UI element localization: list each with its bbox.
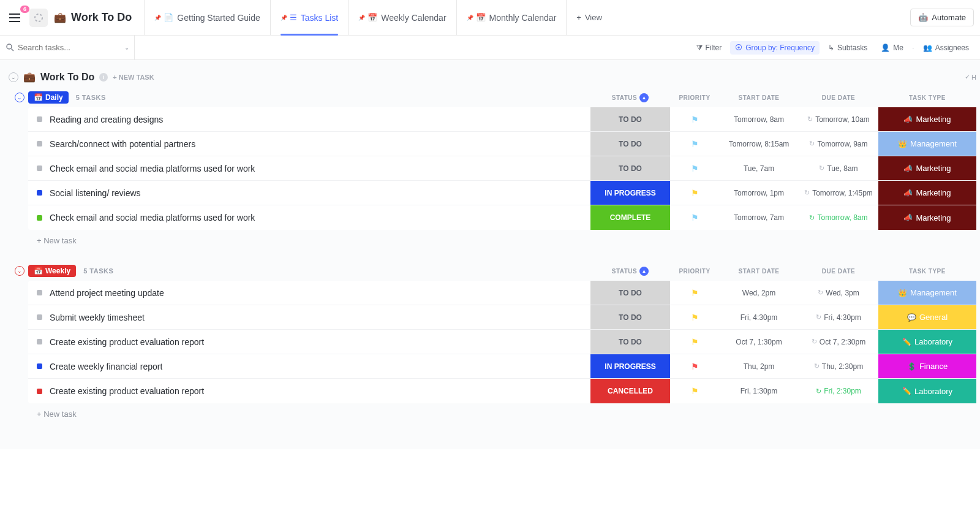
loading-indicator[interactable] <box>29 9 48 27</box>
task-row[interactable]: Check email and social media platforms u… <box>28 205 976 230</box>
due-date-cell[interactable]: ↻Thu, 2:30pm <box>799 354 878 378</box>
start-date-cell[interactable]: Tomorrow, 8am <box>719 107 799 131</box>
new-task-row[interactable]: + New task <box>28 230 976 251</box>
collapse-section-button[interactable]: ⌄ <box>9 72 18 82</box>
start-date-cell[interactable]: Tomorrow, 7am <box>719 205 799 230</box>
task-type-cell[interactable]: 💬General <box>878 305 976 329</box>
column-header-task-type[interactable]: TASK TYPE <box>878 94 976 101</box>
task-type-cell[interactable]: 👑Management <box>878 132 976 156</box>
column-header-priority[interactable]: PRIORITY <box>670 94 719 101</box>
task-type-cell[interactable]: ✏️Laboratory <box>878 379 976 403</box>
status-cell[interactable]: IN PROGRESS <box>590 354 670 378</box>
status-cell[interactable]: TO DO <box>590 305 670 329</box>
task-row[interactable]: Social listening/ reviewsIN PROGRESS⚑Tom… <box>28 181 976 205</box>
collapse-group-button[interactable]: ⌄ <box>15 266 24 276</box>
priority-cell[interactable]: ⚑ <box>670 156 719 180</box>
automate-button[interactable]: 🤖 Automate <box>910 9 974 26</box>
priority-cell[interactable]: ⚑ <box>670 107 719 131</box>
info-icon[interactable]: i <box>99 73 108 82</box>
group-badge[interactable]: 📅Weekly <box>28 265 76 277</box>
priority-cell[interactable]: ⚑ <box>670 205 719 230</box>
priority-cell[interactable]: ⚑ <box>670 330 719 354</box>
priority-cell[interactable]: ⚑ <box>670 354 719 378</box>
priority-cell[interactable]: ⚑ <box>670 132 719 156</box>
new-task-link[interactable]: + NEW TASK <box>113 74 154 81</box>
status-cell[interactable]: TO DO <box>590 281 670 305</box>
column-header-start-date[interactable]: START DATE <box>719 268 799 275</box>
status-cell[interactable]: TO DO <box>590 107 670 131</box>
subtasks-button[interactable]: ↳ Subtasks <box>823 41 872 55</box>
start-date-cell[interactable]: Oct 7, 1:30pm <box>719 330 799 354</box>
search-box[interactable]: ⌄ <box>6 36 135 59</box>
task-type-cell[interactable]: ✏️Laboratory <box>878 330 976 354</box>
view-tab-tasks-list[interactable]: 📌☰Tasks List <box>270 0 348 35</box>
due-date-cell[interactable]: ↻Tomorrow, 1:45pm <box>799 181 878 205</box>
view-tab-getting-started-guide[interactable]: 📌📄Getting Started Guide <box>144 0 270 35</box>
status-cell[interactable]: COMPLETE <box>590 205 670 230</box>
status-square-icon <box>37 215 42 221</box>
new-task-row[interactable]: + New task <box>28 403 976 425</box>
task-type-cell[interactable]: 📣Marketing <box>878 156 976 180</box>
column-header-task-type[interactable]: TASK TYPE <box>878 268 976 275</box>
task-type-cell[interactable]: 📣Marketing <box>878 181 976 205</box>
task-row[interactable]: Create existing product evaluation repor… <box>28 379 976 403</box>
due-date-cell[interactable]: ↻Tomorrow, 10am <box>799 107 878 131</box>
task-row[interactable]: Submit weekly timesheetTO DO⚑Fri, 4:30pm… <box>28 305 976 330</box>
status-cell[interactable]: TO DO <box>590 132 670 156</box>
start-date-cell[interactable]: Tomorrow, 1pm <box>719 181 799 205</box>
filter-button[interactable]: ⧩ Filter <box>692 41 727 55</box>
due-date-text: Oct 7, 2:30pm <box>820 338 865 346</box>
view-tab-weekly-calendar[interactable]: 📌📅Weekly Calendar <box>348 0 456 35</box>
task-type-cell[interactable]: 👑Management <box>878 281 976 305</box>
task-type-cell[interactable]: 📣Marketing <box>878 107 976 131</box>
status-cell[interactable]: IN PROGRESS <box>590 181 670 205</box>
priority-cell[interactable]: ⚑ <box>670 379 719 403</box>
task-type-cell[interactable]: 📣Marketing <box>878 205 976 230</box>
column-header-due-date[interactable]: DUE DATE <box>799 94 878 101</box>
due-date-cell[interactable]: ↻Oct 7, 2:30pm <box>799 330 878 354</box>
status-cell[interactable]: CANCELLED <box>590 379 670 403</box>
menu-button[interactable]: 6 <box>6 9 23 26</box>
priority-cell[interactable]: ⚑ <box>670 305 719 329</box>
assignees-button[interactable]: 👥 Assignees <box>918 41 974 55</box>
hide-button[interactable]: ✓ H <box>965 73 976 81</box>
start-date-cell[interactable]: Tue, 7am <box>719 156 799 180</box>
start-date-cell[interactable]: Fri, 4:30pm <box>719 305 799 329</box>
group-badge[interactable]: 📅Daily <box>28 91 69 104</box>
view-tab-monthly-calendar[interactable]: 📌📅Monthly Calendar <box>456 0 567 35</box>
status-cell[interactable]: TO DO <box>590 330 670 354</box>
pin-icon: 📌 <box>467 15 473 21</box>
task-row[interactable]: Search/connect with potential partnersTO… <box>28 132 976 156</box>
start-date-cell[interactable]: Tomorrow, 8:15am <box>719 132 799 156</box>
due-date-cell[interactable]: ↻Tomorrow, 8am <box>799 205 878 230</box>
chevron-down-icon[interactable]: ⌄ <box>124 44 129 51</box>
status-cell[interactable]: TO DO <box>590 156 670 180</box>
task-name-cell: Submit weekly timesheet <box>28 305 590 329</box>
due-date-cell[interactable]: ↻Tomorrow, 9am <box>799 132 878 156</box>
due-date-cell[interactable]: ↻Tue, 8am <box>799 156 878 180</box>
column-header-status[interactable]: STATUS ▲ <box>590 93 670 102</box>
priority-cell[interactable]: ⚑ <box>670 281 719 305</box>
task-row[interactable]: Create weekly financial reportIN PROGRES… <box>28 354 976 379</box>
group-by-button[interactable]: ⦿ Group by: Frequency <box>730 41 820 55</box>
column-header-due-date[interactable]: DUE DATE <box>799 268 878 275</box>
due-date-cell[interactable]: ↻Fri, 2:30pm <box>799 379 878 403</box>
task-row[interactable]: Check email and social media platforms u… <box>28 156 976 181</box>
search-input[interactable] <box>18 43 121 52</box>
due-date-cell[interactable]: ↻Fri, 4:30pm <box>799 305 878 329</box>
column-header-start-date[interactable]: START DATE <box>719 94 799 101</box>
start-date-cell[interactable]: Wed, 2pm <box>719 281 799 305</box>
task-row[interactable]: Attend project meeting updateTO DO⚑Wed, … <box>28 281 976 305</box>
column-header-priority[interactable]: PRIORITY <box>670 268 719 275</box>
collapse-group-button[interactable]: ⌄ <box>15 93 24 102</box>
due-date-cell[interactable]: ↻Wed, 3pm <box>799 281 878 305</box>
task-row[interactable]: Create existing product evaluation repor… <box>28 330 976 354</box>
priority-cell[interactable]: ⚑ <box>670 181 719 205</box>
add-view-button[interactable]: + View <box>566 0 612 35</box>
task-row[interactable]: Reading and creating designsTO DO⚑Tomorr… <box>28 107 976 132</box>
column-header-status[interactable]: STATUS ▲ <box>590 267 670 276</box>
me-button[interactable]: 👤 Me <box>876 41 908 55</box>
start-date-cell[interactable]: Fri, 1:30pm <box>719 379 799 403</box>
start-date-cell[interactable]: Thu, 2pm <box>719 354 799 378</box>
task-type-cell[interactable]: 💲Finance <box>878 354 976 378</box>
